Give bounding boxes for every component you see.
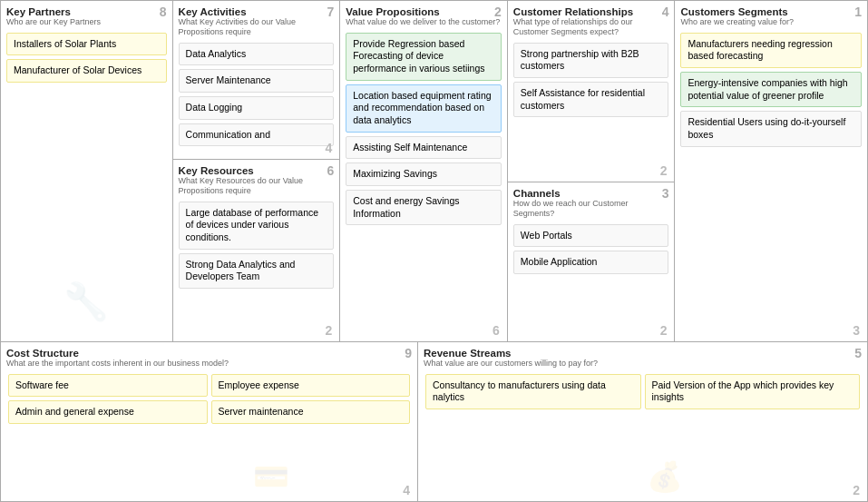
cost-grid: Software fee Employee expense Admin and … [6,374,412,424]
revenue-badge2: 2 [853,483,860,497]
key-activities-title: Key Activities [179,6,335,17]
key-activities-subtitle: What Key Activities do our Value Proposi… [179,17,335,37]
top-row: Key Partners Who are our Key Partners 8 … [1,1,867,342]
card-cost-energy[interactable]: Cost and energy Savings Information [346,190,502,225]
section-channels: Channels How do we reach our Customer Se… [508,182,675,341]
cust-seg-title: Customers Segments [680,6,862,17]
cust-seg-badge: 1 [854,5,862,19]
cost-structure-badge2: 4 [403,483,410,497]
revenue-title: Revenue Streams [424,348,862,359]
value-props-title: Value Propositions [346,6,502,17]
card-data-analytics[interactable]: Data Analytics [179,43,335,66]
cust-seg-badge2: 3 [853,323,860,338]
key-resources-subtitle: What Key Resources do our Value Proposit… [179,176,335,196]
card-employee-expense[interactable]: Employee expense [211,374,411,398]
cost-structure-title: Cost Structure [6,348,412,359]
card-server-maint[interactable]: Server maintenance [211,400,411,424]
cust-rel-header: Customer Relationships What type of rela… [513,6,669,37]
card-self-assistance[interactable]: Self Assistance for residential customer… [513,82,669,117]
card-energy-intensive[interactable]: Energy-intensive companies with high pot… [680,72,862,107]
section-cust-rel: Customer Relationships What type of rela… [508,1,675,182]
cost-structure-subtitle: What are the important costs inherent in… [6,359,412,369]
watermark-rs: 💰 [647,459,683,494]
revenue-subtitle: What value are our customers willing to … [424,359,862,369]
section-key-resources: Key Resources What Key Resources do our … [173,160,340,341]
key-resources-badge: 6 [327,163,334,178]
card-consultancy[interactable]: Consultancy to manufacturers using data … [425,374,641,409]
section-revenue-streams: Revenue Streams What value are our custo… [418,342,867,501]
card-mobile-app[interactable]: Mobile Application [513,251,669,274]
value-props-subtitle: What value do we deliver to the customer… [346,17,502,27]
card-large-database[interactable]: Large database of performance of devices… [179,202,335,250]
cust-rel-subtitle: What type of relationships do our Custom… [513,17,669,37]
card-strong-partnership[interactable]: Strong partnership with B2B customers [513,43,669,78]
key-resources-header: Key Resources What Key Resources do our … [179,165,335,196]
key-activities-badge: 7 [327,5,334,19]
key-activities-badge2: 4 [325,141,332,155]
card-residential-users[interactable]: Residential Users using do-it-yourself b… [680,111,862,146]
card-communication[interactable]: Communication and [179,123,335,147]
cust-rel-badge: 4 [662,5,669,19]
key-partners-subtitle: Who are our Key Partners [6,17,167,27]
key-partners-title: Key Partners [6,6,167,17]
cust-seg-subtitle: Who are we creating value for? [680,17,862,27]
section-key-activities: Key Activities What Key Activities do ou… [173,1,340,160]
card-installers[interactable]: Installers of Solar Plants [6,33,167,56]
key-partners-header: Key Partners Who are our Key Partners [6,6,167,27]
key-resources-badge2: 2 [325,323,332,338]
watermark-kp: 🔧 [63,281,109,323]
key-activities-header: Key Activities What Key Activities do ou… [179,6,335,37]
revenue-header: Revenue Streams What value are our custo… [424,348,862,369]
card-admin-expense[interactable]: Admin and general expense [8,400,208,424]
card-regression-forecasting[interactable]: Provide Regression based Forecasting of … [346,33,502,81]
value-props-badge: 2 [494,5,502,19]
card-manufacturers-needing[interactable]: Manufacturers needing regression based f… [680,33,862,68]
section-key-partners: Key Partners Who are our Key Partners 8 … [1,1,173,341]
cost-structure-badge: 9 [405,346,412,360]
bottom-row: Cost Structure What are the important co… [1,342,867,501]
key-partners-badge: 8 [160,5,167,19]
cust-seg-header: Customers Segments Who are we creating v… [680,6,862,27]
card-location-based[interactable]: Location based equipment rating and reco… [346,84,502,133]
key-resources-title: Key Resources [179,165,335,176]
split-col-activities-resources: Key Activities What Key Activities do ou… [173,1,341,341]
card-strong-data[interactable]: Strong Data Analytics and Developers Tea… [179,253,335,289]
section-value-props: Value Propositions What value do we deli… [340,1,508,341]
value-props-badge2: 6 [493,323,500,338]
channels-header: Channels How do we reach our Customer Se… [513,188,669,219]
rev-grid: Consultancy to manufacturers using data … [424,374,862,409]
watermark-cs: 💳 [253,459,289,494]
channels-badge: 3 [662,186,669,201]
split-col-rel-channels: Customer Relationships What type of rela… [508,1,676,341]
card-assisting-self[interactable]: Assisting Self Maintenance [346,136,502,160]
card-maximizing-savings[interactable]: Maximizing Savings [346,162,502,186]
value-props-header: Value Propositions What value do we deli… [346,6,502,27]
revenue-badge: 5 [854,346,862,360]
card-software-fee[interactable]: Software fee [8,374,208,398]
cost-structure-header: Cost Structure What are the important co… [6,348,412,369]
channels-subtitle: How do we reach our Customer Segments? [513,199,669,219]
canvas: Key Partners Who are our Key Partners 8 … [0,0,868,502]
card-server-maintenance[interactable]: Server Maintenance [179,69,335,93]
channels-badge2: 2 [660,323,668,338]
card-paid-version[interactable]: Paid Version of the App which provides k… [645,374,861,409]
section-cost-structure: Cost Structure What are the important co… [1,342,418,501]
card-manufacturer[interactable]: Manufacturer of Solar Devices [6,59,167,83]
cust-rel-title: Customer Relationships [513,6,669,17]
card-data-logging[interactable]: Data Logging [179,96,335,120]
cust-rel-badge2: 2 [660,163,668,178]
card-web-portals[interactable]: Web Portals [513,224,669,248]
section-cust-seg: Customers Segments Who are we creating v… [675,1,867,341]
channels-title: Channels [513,188,669,199]
